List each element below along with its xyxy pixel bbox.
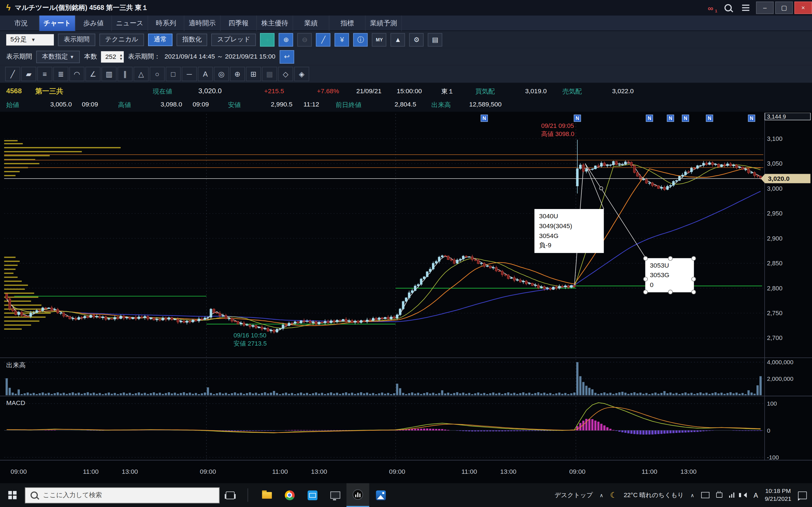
maximize-button[interactable]: ▢ — [775, 2, 793, 14]
tab-shihyo[interactable]: 指標 — [329, 15, 366, 31]
ellipse-icon[interactable]: ○ — [150, 67, 165, 81]
zoom-out-icon[interactable]: ⊖ — [297, 33, 312, 47]
bar-count-input[interactable]: 252 ▲▼ — [101, 51, 124, 62]
display-tray-icon[interactable] — [701, 492, 709, 498]
volume-label: 出来高 — [432, 101, 451, 110]
resize-handle[interactable] — [643, 256, 648, 261]
svg-text:13:00: 13:00 — [311, 468, 327, 475]
count-spinner[interactable]: ▲▼ — [119, 53, 123, 60]
arc-icon[interactable]: ◠ — [69, 67, 84, 81]
taskbar-clock[interactable]: 10:18 PM 9/21/2021 — [765, 487, 792, 503]
reset-period-icon[interactable]: ↩ — [280, 50, 294, 63]
text-tool-icon[interactable]: A — [198, 67, 213, 81]
printer-icon[interactable]: ▤ — [428, 33, 442, 47]
ime-mode-icon[interactable]: A — [754, 491, 758, 499]
hidden-icons-chevron[interactable]: ∧ — [691, 492, 694, 498]
low-label: 安値 — [228, 101, 241, 110]
network-tray-icon[interactable] — [729, 493, 734, 498]
tab-jikeiretsu[interactable]: 時系列 — [148, 15, 185, 31]
angle-line-icon[interactable]: ∠ — [86, 67, 100, 81]
photos-app-button[interactable] — [369, 483, 392, 507]
eraser-icon[interactable]: ◇ — [278, 67, 293, 81]
my-chart-icon[interactable]: MY — [372, 33, 387, 47]
region-select-icon[interactable]: ▩ — [262, 67, 277, 81]
zoom-in-icon[interactable]: ⊕ — [279, 33, 293, 47]
technical-button[interactable]: テクニカル — [100, 33, 144, 46]
pencil-icon[interactable]: ╱ — [316, 33, 331, 47]
photos-icon — [376, 490, 386, 500]
drawing-toolbar: ╱ ▰ ≡ ≣ ◠ ∠ ▥ ∥ △ ○ □ ─ A ◎ ⊕ ⊞ ▩ ◇ ◈ — [0, 65, 812, 82]
fib-retracement-icon[interactable]: ≡ — [37, 67, 52, 81]
tab-gyoseki[interactable]: 業績 — [293, 15, 329, 31]
search-icon[interactable] — [719, 0, 737, 15]
power-tray-icon[interactable] — [716, 493, 722, 498]
search-icon — [31, 492, 38, 499]
trading-app-button[interactable] — [347, 483, 369, 507]
svg-text:N: N — [648, 115, 651, 121]
minimize-button[interactable]: – — [756, 2, 774, 14]
index-mode-button[interactable]: 指数化 — [176, 33, 207, 46]
tab-ayumine[interactable]: 歩み値 — [75, 15, 112, 31]
menu-icon[interactable] — [737, 0, 755, 15]
quote-time: 15:00:00 — [397, 87, 422, 95]
tab-shikyo[interactable]: 市況 — [3, 15, 40, 31]
tab-shikiho[interactable]: 四季報 — [220, 15, 257, 31]
spread-mode-button[interactable]: スプレッド — [211, 33, 256, 46]
horizontal-line-icon[interactable]: ─ — [182, 67, 197, 81]
current-price: 3,020.0 — [198, 87, 221, 95]
order-tooltip-2[interactable]: 3053U 3053G 0 — [645, 258, 694, 293]
svg-text:3,020.0: 3,020.0 — [768, 175, 790, 182]
clear-all-icon[interactable]: ◈ — [294, 67, 309, 81]
wrench-icon[interactable]: ⚙ — [409, 33, 424, 47]
info-icon[interactable]: ⓘ — [353, 33, 368, 47]
chart-canvas[interactable]: NNNNNNN3,1003,0503,0002,9502,9002,8502,8… — [0, 112, 812, 483]
order-tooltip-1[interactable]: 3040U 3049(3045) 3054G 負-9 — [535, 209, 604, 253]
tab-yosoku[interactable]: 業績予測 — [366, 15, 402, 31]
tab-news[interactable]: ニュース — [112, 15, 148, 31]
normal-mode-button[interactable]: 通常 — [148, 33, 172, 46]
yen-icon[interactable]: ¥ — [335, 33, 349, 47]
link-window-icon[interactable]: ∞1 — [702, 0, 719, 15]
volume-tray-icon[interactable] — [741, 493, 747, 498]
chevron-up-icon[interactable]: ∧ — [599, 492, 603, 498]
vertical-hatch-icon[interactable]: ▥ — [101, 67, 116, 81]
svg-text:3,000: 3,000 — [767, 185, 782, 192]
marker-pen-icon[interactable]: ▰ — [21, 67, 36, 81]
prev-close-label: 前日終値 — [336, 101, 361, 110]
desktop-peek-label[interactable]: デスクトップ — [555, 491, 593, 499]
rectangle-icon[interactable]: □ — [166, 67, 181, 81]
remote-app-button[interactable] — [324, 483, 347, 507]
display-period-button[interactable]: 表示期間 — [58, 33, 95, 46]
count-mode-select[interactable]: 本数指定 ▼ — [36, 50, 80, 63]
taskbar-search-input[interactable]: ここに入力して検索 — [25, 487, 220, 503]
resize-handle[interactable] — [643, 277, 648, 282]
resize-handle[interactable] — [691, 277, 696, 282]
polygon-icon[interactable]: △ — [134, 67, 149, 81]
mail-app-button[interactable] — [301, 483, 324, 507]
candlestick-chart[interactable]: NNNNNNN3,1003,0503,0002,9502,9002,8502,8… — [0, 113, 812, 481]
file-explorer-button[interactable] — [255, 483, 278, 507]
trend-line-icon[interactable]: ╱ — [5, 67, 20, 81]
resize-handle[interactable] — [668, 256, 673, 261]
icon-stamp-icon[interactable]: ◎ — [214, 67, 229, 81]
area-chart-icon[interactable]: ▲ — [391, 33, 405, 47]
parallel-lines-icon[interactable]: ∥ — [117, 67, 133, 81]
resize-handle[interactable] — [691, 256, 696, 261]
task-view-button[interactable] — [220, 483, 240, 507]
tab-chart[interactable]: チャート — [40, 15, 76, 31]
start-button[interactable] — [0, 483, 25, 507]
close-button[interactable]: × — [795, 2, 812, 14]
multi-line-icon[interactable]: ≣ — [53, 67, 68, 81]
action-center-icon[interactable] — [798, 491, 807, 499]
svg-text:09:00: 09:00 — [569, 468, 585, 475]
crosshair-icon[interactable]: ＋ — [260, 33, 274, 47]
market-name: 東１ — [441, 87, 454, 96]
timeframe-select[interactable]: 5分足▼ — [6, 34, 54, 45]
tab-yutai[interactable]: 株主優待 — [257, 15, 293, 31]
copy-icon[interactable]: ⊞ — [246, 67, 261, 81]
tab-tekiji[interactable]: 適時開示 — [185, 15, 221, 31]
chrome-button[interactable] — [278, 483, 301, 507]
pin-icon[interactable]: ⊕ — [230, 67, 245, 81]
weather-widget[interactable]: 22°C 晴れのちくもり — [624, 491, 684, 499]
app-logo-icon: ϟ — [6, 3, 11, 12]
